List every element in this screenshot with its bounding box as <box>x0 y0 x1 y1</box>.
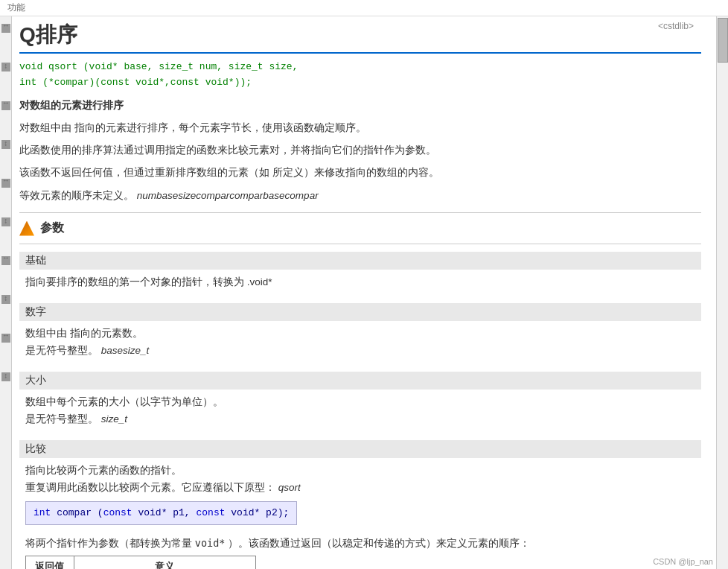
param-size-line2: 是无符号整型。 size_t <box>25 411 695 428</box>
sidebar-icon-8[interactable]: ↔ <box>1 295 10 304</box>
param-base-name: 基础 <box>19 252 701 270</box>
param-size-desc: 数组中每个元素的大小（以字节为单位）。 是无符号整型。 size_t <box>19 391 701 431</box>
footer-text: CSDN @ljp_nan <box>653 557 713 566</box>
param-base-desc: 指向要排序的数组的第一个对象的指针，转换为 .void* <box>19 271 701 294</box>
sidebar-icon-5[interactable]: ↕ <box>1 179 10 188</box>
param-compare-name: 比较 <box>19 440 701 458</box>
sidebar-icon-4[interactable]: ↔ <box>1 140 10 149</box>
desc-para2: 此函数使用的排序算法通过调用指定的函数来比较元素对，并将指向它们的指针作为参数。 <box>19 142 701 159</box>
params-icon <box>19 221 34 236</box>
desc-para4: 等效元素的顺序未定义。 numbasesizecomparcomparbasec… <box>19 187 701 205</box>
param-num-line2: 是无符号整型。 basesize_t <box>25 343 695 360</box>
sidebar-icon-9[interactable]: ↕ <box>1 334 10 343</box>
scrollbar-thumb[interactable] <box>718 18 728 63</box>
param-size-name: 大小 <box>19 372 701 390</box>
page-title: Q排序 <box>19 21 701 54</box>
param-base: 基础 指向要排序的数组的第一个对象的指针，转换为 .void* <box>19 252 701 294</box>
library-label: <cstdlib> <box>658 21 694 31</box>
content-wrapper: ↕ ↔ ↕ ↔ ↕ ↔ ↕ ↔ ↕ ↔ <cstdlib> Q排序 void q… <box>0 16 728 569</box>
section-divider-1 <box>19 212 701 213</box>
sidebar-icon-1[interactable]: ↕ <box>1 24 10 33</box>
compare-detail: 将两个指针作为参数（都转换为常量 void* ）。该函数通过返回（以稳定和传递的… <box>25 534 695 553</box>
sidebar-icon-7[interactable]: ↕ <box>1 256 10 265</box>
section-divider-2 <box>19 244 701 244</box>
param-num: 数字 数组中由 指向的元素数。 是无符号整型。 basesize_t <box>19 303 701 363</box>
sidebar-icon-3[interactable]: ↕ <box>1 101 10 110</box>
param-num-name: 数字 <box>19 303 701 321</box>
return-table: 返回值 意义 <0 指向的元素 在指向的元素之前 p1p2 <box>25 556 256 569</box>
params-title: 参数 <box>40 220 64 236</box>
sig-line1: void qsort (void* base, size_t num, size… <box>19 60 701 75</box>
return-header-meaning: 意义 <box>74 556 255 569</box>
compare-code-block: int compar (const void* p1, const void* … <box>25 501 297 525</box>
top-bar: 功能 <box>0 0 728 16</box>
desc-para1: 对数组中由 指向的元素进行排序，每个元素字节长，使用该函数确定顺序。 <box>19 119 701 137</box>
main-desc-title: 对数组的元素进行排序 <box>19 100 124 111</box>
param-compare-desc: 指向比较两个元素的函数的指针。 重复调用此函数以比较两个元素。它应遵循以下原型：… <box>19 460 701 569</box>
right-scrollbar[interactable] <box>716 16 728 569</box>
params-section-header: 参数 <box>19 220 701 236</box>
sidebar-icon-6[interactable]: ↔ <box>1 217 10 226</box>
desc-para4-prefix: 等效元素的顺序未定义。 <box>19 190 134 201</box>
category-label: 功能 <box>7 2 25 13</box>
code-compar: compar ( <box>57 507 103 518</box>
left-sidebar: ↕ ↔ ↕ ↔ ↕ ↔ ↕ ↔ ↕ ↔ <box>0 16 12 569</box>
compare-line1: 指向比较两个元素的函数的指针。 <box>25 462 695 480</box>
function-signature: void qsort (void* base, size_t num, size… <box>19 60 701 91</box>
sidebar-icon-10[interactable]: ↔ <box>1 372 10 381</box>
param-num-desc: 数组中由 指向的元素数。 是无符号整型。 basesize_t <box>19 322 701 363</box>
param-compare: 比较 指向比较两个元素的函数的指针。 重复调用此函数以比较两个元素。它应遵循以下… <box>19 440 701 569</box>
desc-para3: 该函数不返回任何值，但通过重新排序数组的元素（如 所定义）来修改指向的数组的内容… <box>19 164 701 182</box>
code-keyword-int: int <box>33 507 51 518</box>
compare-line2: 重复调用此函数以比较两个元素。它应遵循以下原型： qsort <box>25 480 695 497</box>
desc-para4-italic: numbasesizecomparcomparbasecompar <box>137 190 319 201</box>
sig-line2: int (*compar)(const void*,const void*)); <box>19 75 701 91</box>
sidebar-icon-2[interactable]: ↔ <box>1 63 10 71</box>
main-content: <cstdlib> Q排序 void qsort (void* base, si… <box>12 16 716 569</box>
return-header-value: 返回值 <box>26 556 74 569</box>
param-size: 大小 数组中每个元素的大小（以字节为单位）。 是无符号整型。 size_t <box>19 372 701 431</box>
description: 对数组的元素进行排序 对数组中由 指向的元素进行排序，每个元素字节长，使用该函数… <box>19 97 701 205</box>
